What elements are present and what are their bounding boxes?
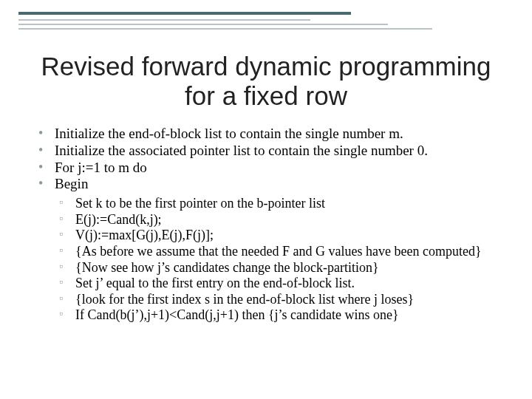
list-item: V(j):=max[G(j),E(j),F(j)]; bbox=[59, 228, 502, 244]
list-item-text: For j:=1 to m do bbox=[55, 160, 147, 175]
bullet-list-level-1: Initialize the end-of-block list to cont… bbox=[38, 126, 502, 193]
list-item-text: Initialize the end-of-block list to cont… bbox=[55, 126, 403, 141]
decorative-rule bbox=[18, 28, 432, 30]
list-item: Set j’ equal to the first entry on the e… bbox=[59, 276, 502, 292]
list-item-text: {look for the first index s in the end-o… bbox=[75, 292, 414, 307]
decorative-rule bbox=[18, 24, 388, 25]
slide: Revised forward dynamic programming for … bbox=[0, 0, 532, 399]
slide-body: Initialize the end-of-block list to cont… bbox=[38, 126, 502, 324]
list-item-text: Set j’ equal to the first entry on the e… bbox=[75, 276, 355, 290]
list-item-text: V(j):=max[G(j),E(j),F(j)]; bbox=[75, 228, 214, 242]
decorative-rule bbox=[18, 12, 351, 15]
list-item: Initialize the end-of-block list to cont… bbox=[38, 126, 502, 143]
decorative-rule bbox=[18, 19, 310, 21]
list-item-text: E(j):=Cand(k,j); bbox=[75, 212, 162, 227]
list-item: If Cand(b(j’),j+1)<Cand(j,j+1) then {j’s… bbox=[59, 307, 502, 324]
list-item: {As before we assume that the needed F a… bbox=[59, 244, 502, 260]
list-item-text: Set k to be the first pointer on the b-p… bbox=[75, 196, 325, 211]
list-item: E(j):=Cand(k,j); bbox=[59, 212, 502, 228]
list-item: Begin bbox=[38, 176, 502, 193]
list-item: {Now see how j’s candidates change the b… bbox=[59, 260, 502, 276]
list-item-text: Initialize the associated pointer list t… bbox=[55, 143, 428, 158]
slide-title: Revised forward dynamic programming for … bbox=[30, 52, 502, 112]
list-item: Initialize the associated pointer list t… bbox=[38, 143, 502, 160]
list-item: Set k to be the first pointer on the b-p… bbox=[59, 196, 502, 212]
list-item-text: {As before we assume that the needed F a… bbox=[75, 244, 482, 259]
bullet-list-level-2: Set k to be the first pointer on the b-p… bbox=[38, 196, 502, 324]
list-item-text: If Cand(b(j’),j+1)<Cand(j,j+1) then {j’s… bbox=[75, 307, 399, 322]
list-item-text: Begin bbox=[55, 176, 88, 191]
list-item-text: {Now see how j’s candidates change the b… bbox=[75, 260, 379, 275]
list-item: For j:=1 to m do bbox=[38, 160, 502, 177]
list-item: {look for the first index s in the end-o… bbox=[59, 292, 502, 308]
